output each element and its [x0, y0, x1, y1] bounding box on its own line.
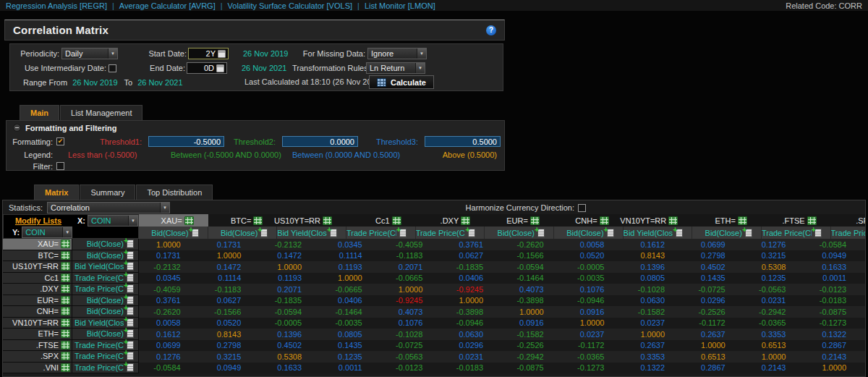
row-field-dxy[interactable]: Trade Price(Clos+ [72, 284, 139, 295]
row-field-vn10yt-rr[interactable]: Bid Yield(Close)+ [72, 318, 139, 329]
add-field-icon[interactable]: + [745, 229, 752, 237]
spreadsheet-icon[interactable] [61, 274, 70, 282]
col-field-vn10yt-rr[interactable]: Bid Yield(Close)+ [624, 226, 693, 239]
start-date-input[interactable] [191, 49, 216, 58]
row-header-dxy[interactable]: .DXY [3, 284, 72, 295]
spreadsheet-icon[interactable] [61, 251, 70, 260]
tab-top-distribution[interactable]: Top Distribution [136, 185, 213, 200]
spreadsheet-icon[interactable] [61, 352, 70, 360]
row-header-cc1[interactable]: Cc1 [3, 273, 72, 284]
spreadsheet-icon[interactable] [61, 284, 70, 293]
row-header-ftse[interactable]: .FTSE [3, 340, 72, 352]
spreadsheet-icon[interactable] [61, 240, 70, 248]
start-date-field[interactable] [188, 48, 229, 59]
col-field-spx[interactable]: Trade Price(Clos+ [831, 226, 866, 239]
row-header-xau[interactable]: XAU= [3, 239, 72, 250]
row-field-spx[interactable]: Trade Price(Clos+ [72, 351, 139, 363]
calendar-icon[interactable] [218, 50, 226, 58]
add-field-icon[interactable]: + [127, 363, 134, 372]
spreadsheet-icon[interactable] [668, 216, 678, 225]
col-field-ftse[interactable]: Trade Price(Clos+ [762, 226, 831, 239]
row-field-eur[interactable]: Bid(Close)+ [72, 295, 139, 307]
row-header-vni[interactable]: .VNI [3, 363, 72, 374]
row-header-us10yt-rr[interactable]: US10YT=RR [3, 261, 72, 273]
col-header-cnh[interactable]: CNH= [554, 214, 624, 226]
tab-list-management[interactable]: List Management [60, 105, 142, 120]
spreadsheet-icon[interactable] [61, 262, 70, 271]
col-field-us10yt-rr[interactable]: Bid Yield(Close)+ [277, 226, 346, 239]
harmonize-checkbox[interactable] [578, 204, 586, 212]
add-field-icon[interactable]: + [399, 229, 407, 237]
spreadsheet-icon[interactable] [61, 329, 70, 338]
tab-summary[interactable]: Summary [80, 185, 135, 200]
transformation-dropdown[interactable]: Ln Return ▼ [366, 62, 425, 74]
nav-link-regression-analysis-regr[interactable]: Regression Analysis [REGR] [6, 1, 107, 10]
calculate-button[interactable]: Calculate [369, 75, 434, 89]
col-field-cnh[interactable]: Bid(Close)+ [554, 226, 624, 239]
col-field-eth[interactable]: Bid(Close)+ [692, 226, 762, 239]
row-field-eth[interactable]: Bid(Close)+ [72, 329, 139, 340]
statistics-dropdown[interactable]: Correlation ▼ [47, 202, 170, 213]
add-field-icon[interactable]: + [814, 229, 822, 237]
x-list-dropdown[interactable]: COIN ▼ [88, 215, 138, 226]
help-icon[interactable]: ? [486, 25, 496, 35]
row-field-cc1[interactable]: Trade Price(Clos+ [72, 273, 139, 284]
add-field-icon[interactable]: + [192, 229, 199, 237]
collapse-icon[interactable] [13, 124, 21, 132]
threshold1-input[interactable] [148, 136, 224, 147]
spreadsheet-icon[interactable] [392, 216, 401, 225]
add-field-icon[interactable]: + [607, 229, 614, 237]
spreadsheet-icon[interactable] [461, 216, 470, 225]
col-header-ftse[interactable]: .FTSE [762, 214, 831, 226]
end-date-input[interactable] [190, 64, 214, 72]
spreadsheet-icon[interactable] [184, 216, 194, 225]
col-field-btc[interactable]: Bid(Close)+ [208, 226, 278, 239]
periodicity-dropdown[interactable]: Daily ▼ [61, 48, 118, 59]
add-field-icon[interactable]: + [468, 229, 475, 237]
col-header-vn10yt-rr[interactable]: VN10YT=RR [624, 214, 693, 226]
tab-matrix[interactable]: Matrix [34, 185, 79, 200]
spreadsheet-icon[interactable] [738, 216, 747, 225]
spreadsheet-icon[interactable] [323, 216, 332, 225]
col-header-eur[interactable]: EUR= [485, 214, 554, 226]
row-field-xau[interactable]: Bid(Close)+ [72, 239, 139, 250]
tab-main[interactable]: Main [20, 105, 59, 120]
spreadsheet-icon[interactable] [807, 216, 817, 225]
add-field-icon[interactable]: + [537, 229, 545, 237]
row-field-cnh[interactable]: Bid(Close)+ [72, 306, 139, 318]
row-header-btc[interactable]: BTC= [3, 250, 72, 262]
missing-data-dropdown[interactable]: Ignore ▼ [367, 48, 427, 59]
nav-link-volatility-surface-calculator-vols[interactable]: Volatility Surface Calculator [VOLS] [228, 1, 352, 10]
col-header-cc1[interactable]: Cc1 [346, 214, 416, 226]
nav-link-list-monitor-lmon[interactable]: List Monitor [LMON] [365, 1, 435, 10]
col-header-eth[interactable]: ETH= [692, 214, 762, 226]
end-date-field[interactable] [187, 62, 227, 74]
col-header-spx[interactable]: .SPX [831, 214, 866, 226]
threshold3-input[interactable] [425, 136, 501, 147]
row-field-vni[interactable]: Trade Price(Clos+ [72, 363, 139, 374]
spreadsheet-icon[interactable] [530, 216, 540, 225]
col-field-eur[interactable]: Bid(Close)+ [485, 226, 554, 239]
row-header-vn10yt-rr[interactable]: VN10YT=RR [3, 318, 72, 329]
spreadsheet-icon[interactable] [61, 318, 70, 327]
modify-lists-link[interactable]: Modify Lists [4, 216, 73, 225]
formatting-checkbox[interactable]: ✔ [56, 137, 64, 145]
spreadsheet-icon[interactable] [61, 341, 70, 350]
nav-link-average-calculator-avrg[interactable]: Average Calculator [AVRG] [119, 1, 216, 10]
col-field-cc1[interactable]: Trade Price(Clos+ [346, 226, 416, 239]
col-header-btc[interactable]: BTC= [208, 214, 278, 226]
col-header-us10yt-rr[interactable]: US10YT=RR [277, 214, 346, 226]
add-field-icon[interactable]: + [330, 229, 337, 237]
col-header-dxy[interactable]: .DXY [416, 214, 485, 226]
col-header-xau[interactable]: XAU= [139, 214, 208, 226]
threshold2-input[interactable] [282, 136, 358, 147]
add-field-icon[interactable]: + [260, 229, 268, 237]
col-field-dxy[interactable]: Trade Price(Clos+ [416, 226, 485, 239]
row-field-btc[interactable]: Bid(Close)+ [72, 250, 139, 262]
col-field-xau[interactable]: Bid(Close)+ [139, 226, 208, 239]
row-field-us10yt-rr[interactable]: Bid Yield(Close)+ [72, 261, 139, 273]
spreadsheet-icon[interactable] [253, 216, 263, 225]
row-header-spx[interactable]: .SPX [3, 351, 72, 363]
calendar-icon[interactable] [216, 64, 224, 72]
spreadsheet-icon[interactable] [61, 296, 70, 305]
